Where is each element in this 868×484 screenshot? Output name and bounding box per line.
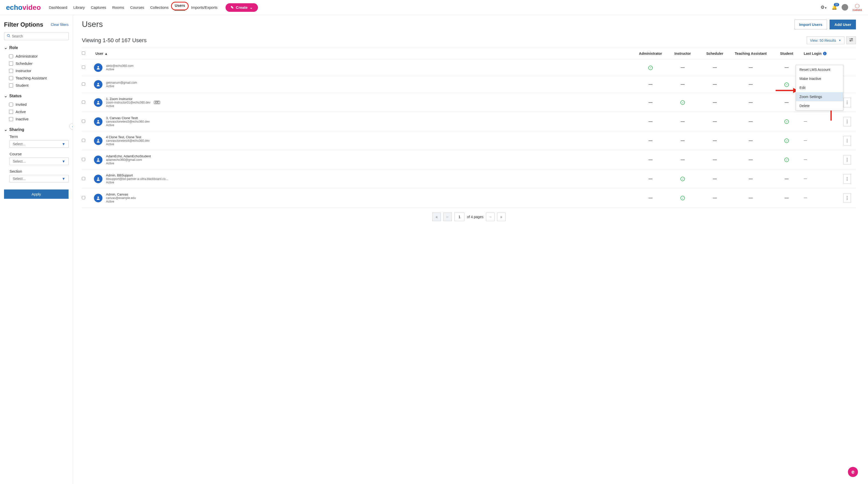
course-select[interactable]: Select...▼ (9, 157, 68, 165)
caret-down-icon: ▼ (839, 39, 841, 42)
ctx-edit[interactable]: Edit (796, 83, 843, 92)
page-last[interactable]: » (497, 213, 505, 221)
filter-role-ta[interactable]: Teaching Assistant (4, 74, 72, 82)
nav-dashboard[interactable]: Dashboard (49, 3, 67, 11)
row-more-button[interactable]: ⋮ (843, 193, 851, 203)
filter-status-active[interactable]: Active (4, 108, 72, 115)
gear-icon: ⚙ (820, 5, 825, 10)
nav-collections[interactable]: Collections (150, 3, 168, 11)
row-more-button[interactable]: ⋮ (843, 117, 851, 126)
nav-courses[interactable]: Courses (130, 3, 144, 11)
ctx-reset-lms[interactable]: Reset LMS Account (796, 65, 843, 74)
checkbox[interactable] (9, 84, 13, 87)
create-button[interactable]: ✎ Create ⌄ (225, 3, 258, 12)
page-prev[interactable]: ← (443, 213, 452, 221)
nav-rooms[interactable]: Rooms (112, 3, 124, 11)
nav-imports[interactable]: Imports/Exports (191, 3, 217, 11)
check-icon: ✓ (784, 83, 789, 87)
sliders-icon (849, 38, 853, 42)
row-more-button[interactable]: ⋮ (843, 174, 851, 184)
row-checkbox[interactable] (82, 139, 85, 142)
cell-ta: — (732, 157, 770, 162)
row-more-button[interactable]: ⋮ (843, 155, 851, 164)
import-users-button[interactable]: Import Users (795, 20, 827, 29)
viewing-count: Viewing 1-50 of 167 Users (82, 37, 147, 44)
row-checkbox[interactable] (82, 196, 85, 199)
col-lastlogin-label: Last Login (804, 52, 822, 56)
row-checkbox[interactable] (82, 66, 85, 69)
status-group-toggle[interactable]: ⌄Status (4, 93, 72, 98)
filter-role-instructor[interactable]: Instructor (4, 67, 72, 74)
filter-status-inactive[interactable]: Inactive (4, 115, 72, 123)
settings-button[interactable]: ⚙▼ (820, 4, 827, 10)
checkbox[interactable] (9, 69, 13, 73)
avatar[interactable] (842, 4, 848, 10)
ctx-delete[interactable]: Delete (796, 101, 843, 110)
col-admin[interactable]: Administrator (636, 52, 665, 56)
row-more-button[interactable]: ⋮ (843, 98, 851, 107)
row-checkbox[interactable] (82, 158, 85, 161)
dash-icon: — (713, 139, 717, 143)
dash-icon: — (681, 157, 685, 162)
checkbox[interactable] (9, 102, 13, 107)
select-all-checkbox[interactable] (82, 52, 85, 55)
sharing-group-toggle[interactable]: ⌄Sharing (4, 127, 72, 132)
ctx-make-inactive[interactable]: Make Inactive (796, 74, 843, 83)
filter-role-student[interactable]: Student (4, 82, 72, 89)
nav-captures[interactable]: Captures (91, 3, 106, 11)
col-scheduler[interactable]: Scheduler (700, 52, 730, 56)
term-select[interactable]: Select...▼ (9, 140, 68, 148)
filter-role-scheduler[interactable]: Scheduler (4, 60, 72, 67)
user-name: Admin, Canvas (106, 192, 136, 196)
cc-icon: CC (154, 101, 160, 104)
search-input[interactable] (12, 34, 66, 38)
checkbox[interactable] (9, 110, 13, 114)
checkbox[interactable] (9, 54, 13, 58)
table-row: 3, Canvas Clone Testtcanvasclonetest3@ec… (82, 112, 856, 131)
col-student[interactable]: Student (772, 52, 802, 56)
page-input[interactable] (454, 213, 464, 221)
row-checkbox[interactable] (82, 100, 85, 104)
section-select[interactable]: Select...▼ (9, 175, 68, 182)
col-lastlogin[interactable]: Last Logini (804, 52, 841, 56)
checkbox[interactable] (9, 117, 13, 121)
col-ta[interactable]: Teaching Assistant (732, 52, 770, 56)
nav-tabs: Dashboard Library Captures Rooms Courses… (49, 3, 218, 11)
user-status: Active (106, 161, 151, 165)
ctx-zoom-settings[interactable]: Zoom Settings (796, 92, 843, 101)
dash-icon: — (749, 139, 753, 143)
row-checkbox[interactable] (82, 83, 85, 86)
dash-icon: — (681, 119, 685, 124)
checkbox[interactable] (9, 62, 13, 66)
svg-point-13 (97, 177, 99, 179)
table-row: getmanum@gmail.comActive————✓ (82, 76, 856, 93)
search-box[interactable] (4, 32, 68, 40)
checkbox[interactable] (9, 76, 13, 80)
nav-users[interactable]: Users (175, 1, 185, 9)
course-label: Course (4, 152, 72, 156)
svg-point-0 (855, 4, 859, 8)
help-fab[interactable]: e (848, 467, 858, 477)
add-user-button[interactable]: Add User (830, 20, 856, 29)
col-user[interactable]: User▴ (94, 52, 633, 56)
view-results-select[interactable]: View: 50 Results▼ (807, 36, 844, 44)
clear-filters-link[interactable]: Clear filters (51, 23, 68, 27)
more-vertical-icon: ⋮ (845, 176, 849, 181)
filter-status-invited[interactable]: Invited (4, 101, 72, 108)
row-more-button[interactable]: ⋮ (843, 136, 851, 146)
notifications-button[interactable]: 🔔 18 (832, 4, 837, 10)
svg-point-4 (851, 38, 852, 39)
row-checkbox[interactable] (82, 177, 85, 180)
page-first[interactable]: « (432, 213, 441, 221)
columns-filter-button[interactable] (846, 36, 856, 44)
col-instructor[interactable]: Instructor (668, 52, 698, 56)
canvas-logo[interactable]: CANVAS (853, 3, 862, 11)
apply-button[interactable]: Apply (4, 189, 68, 199)
row-checkbox[interactable] (82, 120, 85, 123)
page-next[interactable]: → (486, 213, 495, 221)
nav-library[interactable]: Library (73, 3, 85, 11)
canvas-icon (855, 3, 860, 8)
filter-role-admin[interactable]: Administrator (4, 53, 72, 60)
canvas-label: CANVAS (853, 9, 862, 11)
role-group-toggle[interactable]: ⌄Role (4, 45, 72, 50)
